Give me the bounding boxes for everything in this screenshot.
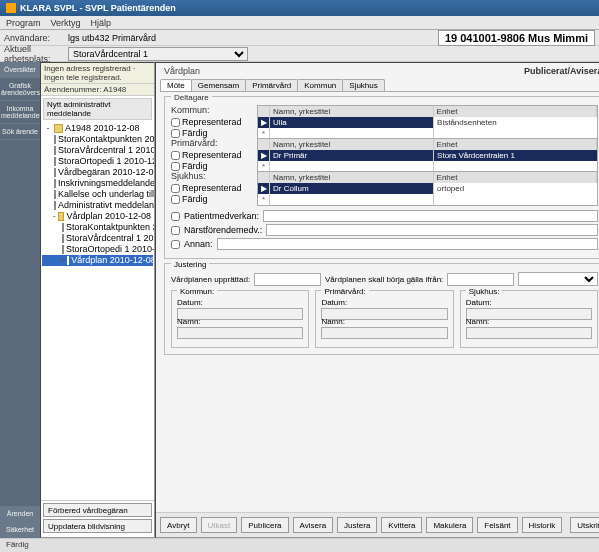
- btn-historik[interactable]: Historik: [522, 517, 563, 533]
- sjukhus-label: Sjukhus:: [171, 171, 251, 181]
- legend-deltagare: Deltagare: [171, 93, 212, 102]
- patientmedv-input[interactable]: [263, 210, 598, 222]
- app-icon: [6, 3, 16, 13]
- tree-node[interactable]: Kallelse och underlag till vårdpl: [42, 189, 153, 200]
- narst-label: Närstförendemedv.:: [184, 225, 262, 235]
- upprattad-label: Vårdplanen upprättad:: [171, 275, 250, 284]
- menu-help[interactable]: Hjälp: [91, 18, 112, 27]
- btn-avbryt[interactable]: Avbryt: [160, 517, 197, 533]
- btn-kvittera[interactable]: Kvittera: [381, 517, 422, 533]
- primarvard-rep-check[interactable]: [171, 151, 180, 160]
- tree-node[interactable]: StoraKontaktpunkten 2010-12-0: [42, 134, 153, 145]
- window-title: KLARA SVPL - SVPL Patientärenden: [20, 3, 176, 13]
- user-label: Användare:: [4, 33, 64, 43]
- tree-node[interactable]: StoraVårdcentral 1 2010-12-08: [42, 145, 153, 156]
- statusbar: Färdig: [0, 538, 599, 552]
- galla-select[interactable]: [518, 272, 598, 286]
- galla-input[interactable]: [447, 273, 514, 286]
- btn-uppdatera[interactable]: Uppdatera bildvisning: [43, 519, 152, 533]
- kommun-rep-check[interactable]: [171, 118, 180, 127]
- nav-arenden[interactable]: Ärenden: [0, 506, 40, 522]
- primarvard-label: Primärvård:: [171, 138, 251, 148]
- content-tabs: MöteGemensamPrimärvårdKommunSjukhus: [156, 79, 599, 91]
- case-tree: -A1948 2010-12-08StoraKontaktpunkten 201…: [41, 122, 154, 500]
- titlebar: KLARA SVPL - SVPL Patientärenden: [0, 0, 599, 16]
- tab-sjukhus[interactable]: Sjukhus: [342, 79, 384, 91]
- info-line-1: Ingen adress registrerad · Ingen tele re…: [41, 63, 154, 84]
- tab-kommun[interactable]: Kommun: [297, 79, 343, 91]
- content-title: Vårdplan: [164, 66, 200, 76]
- legend-justering: Justering: [171, 260, 209, 269]
- patientmedv-check[interactable]: [171, 212, 180, 221]
- just-primarvard: Primärvård: Datum: Namn:: [315, 290, 453, 348]
- menu-program[interactable]: Program: [6, 18, 41, 27]
- primarvard-namn-input[interactable]: [321, 327, 447, 339]
- kommun-fardig-check[interactable]: [171, 129, 180, 138]
- tree-node[interactable]: StoraOrtopedi 1 2010-12-08: [42, 156, 153, 167]
- menu-verktyg[interactable]: Verktyg: [51, 18, 81, 27]
- btn-avisera[interactable]: Avisera: [293, 517, 334, 533]
- user-value: lgs utb432 Primärvård: [68, 33, 156, 43]
- tree-node[interactable]: StoraKontaktpunkten 2010-: [42, 222, 153, 233]
- btn-utkast[interactable]: Utkast: [201, 517, 238, 533]
- btn-justera[interactable]: Justera: [337, 517, 377, 533]
- nav-sakerhet[interactable]: Säkerhet: [0, 522, 40, 538]
- tree-node[interactable]: +Vårdplan 2010-12-08: [42, 255, 153, 266]
- action-bar: Avbryt Utkast Publicera Avisera Justera …: [156, 512, 599, 537]
- primarvard-grid[interactable]: Namn, yrkestitelEnhet ▶Dr PrimärStora Vå…: [257, 138, 598, 173]
- sjukhus-fardig-check[interactable]: [171, 195, 180, 204]
- table-row-add[interactable]: *: [258, 194, 597, 205]
- upprattad-input[interactable]: [254, 273, 321, 286]
- tree-node[interactable]: StoraVårdcentral 1 2010-12: [42, 233, 153, 244]
- fieldset-deltagare: Deltagare Kommun: Representerad Färdig N…: [164, 96, 599, 259]
- annan-label: Annan:: [184, 239, 213, 249]
- tab-möte[interactable]: Möte: [160, 79, 192, 91]
- just-kommun: Kommun: Datum: Namn:: [171, 290, 309, 348]
- workplace-label: Aktuell arbetsplats:: [4, 44, 64, 64]
- just-sjukhus: Sjukhus: Datum: Namn:: [460, 290, 598, 348]
- annan-input[interactable]: [217, 238, 599, 250]
- btn-forbered[interactable]: Förbered vårdbegäran: [43, 503, 152, 517]
- btn-publicera[interactable]: Publicera: [241, 517, 288, 533]
- narst-input[interactable]: [266, 224, 598, 236]
- sjukhus-rep-check[interactable]: [171, 184, 180, 193]
- workplace-select[interactable]: StoraVårdcentral 1: [68, 47, 248, 61]
- menubar: Program Verktyg Hjälp: [0, 16, 599, 30]
- kommun-label: Kommun:: [171, 105, 251, 115]
- tree-node[interactable]: -A1948 2010-12-08: [42, 123, 153, 134]
- tree-node[interactable]: Administrativt meddelande 2010: [42, 200, 153, 211]
- galla-label: Vårdplanen skall börja gälla ifrån:: [325, 275, 443, 284]
- btn-utskrift[interactable]: Utskrift: [570, 517, 599, 533]
- table-row[interactable]: ▶UllaBiståndsenheten: [258, 117, 597, 128]
- btn-makulera[interactable]: Makulera: [426, 517, 473, 533]
- kommun-namn-input[interactable]: [177, 327, 303, 339]
- tree-tab-new-msg[interactable]: Nytt administrativt meddelande: [43, 98, 152, 120]
- sjukhus-namn-input[interactable]: [466, 327, 592, 339]
- toolbar-workplace-row: Aktuell arbetsplats: StoraVårdcentral 1: [0, 46, 599, 62]
- tab-primärvård[interactable]: Primärvård: [245, 79, 298, 91]
- tree-node[interactable]: Vårdbegäran 2010-12-08: [42, 167, 153, 178]
- table-row[interactable]: ▶Dr PrimärStora Vårdcentralen 1: [258, 150, 597, 161]
- btn-felsant[interactable]: Felsänt: [477, 517, 517, 533]
- toolbar-user-row: Användare: lgs utb432 Primärvård 19 0410…: [0, 30, 599, 46]
- patient-id: 19 041001-9806 Mus Mimmi: [438, 30, 595, 46]
- primarvard-fardig-check[interactable]: [171, 162, 180, 171]
- nav-grafisk[interactable]: Grafisk ärendeöversikt: [0, 78, 40, 101]
- nav-sok[interactable]: Sök ärende: [0, 124, 40, 140]
- info-line-2: Ärendenummer: A1948: [41, 84, 154, 96]
- tree-node[interactable]: StoraOrtopedi 1 2010-12-0: [42, 244, 153, 255]
- narst-check[interactable]: [171, 226, 180, 235]
- fieldset-justering: Justering Vårdplanen upprättad: Vårdplan…: [164, 263, 599, 355]
- content-pane: Vårdplan Publicerat/Aviserat MöteGemensa…: [155, 62, 599, 538]
- nav-oversikter[interactable]: Översikter: [0, 62, 40, 78]
- left-nav: Översikter Grafisk ärendeöversikt Inkomn…: [0, 62, 40, 538]
- tree-node[interactable]: Inskrivningsmeddelande 2010-1: [42, 178, 153, 189]
- tab-gemensam[interactable]: Gemensam: [191, 79, 246, 91]
- kommun-grid[interactable]: Namn, yrkestitelEnhet ▶UllaBiståndsenhet…: [257, 105, 598, 140]
- nav-inkomna[interactable]: Inkomna meddelanden: [0, 101, 40, 124]
- sjukhus-grid[interactable]: Namn, yrkestitelEnhet ▶Dr Collumortoped …: [257, 171, 598, 206]
- patientmedv-label: Patientmedverkan:: [184, 211, 259, 221]
- table-row[interactable]: ▶Dr Collumortoped: [258, 183, 597, 194]
- annan-check[interactable]: [171, 240, 180, 249]
- tree-node[interactable]: -Vårdplan 2010-12-08: [42, 211, 153, 222]
